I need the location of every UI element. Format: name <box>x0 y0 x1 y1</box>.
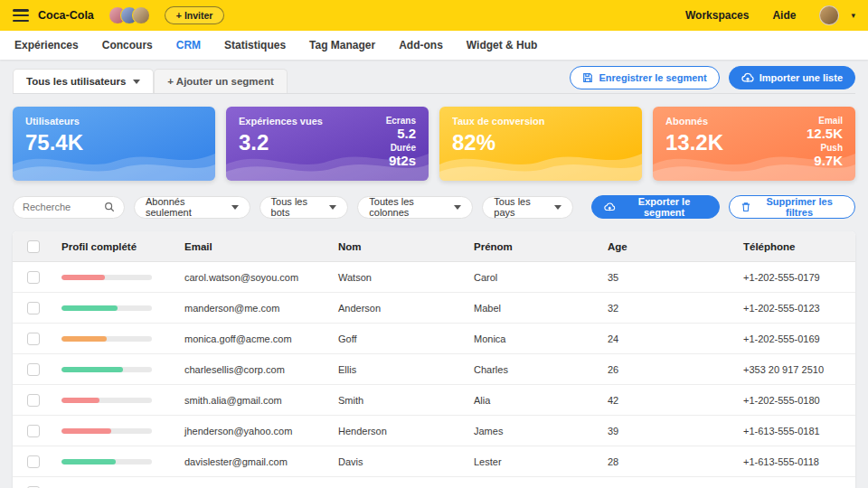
search-input[interactable] <box>23 202 104 212</box>
cell-nom: Goff <box>338 333 474 344</box>
cell-nom: Henderson <box>338 426 474 436</box>
row-checkbox[interactable] <box>27 394 40 407</box>
filters-row: Abonnés seulement Tous les bots Toutes l… <box>13 195 855 219</box>
segment-selector-label: Tous les utilisateurs <box>26 76 126 87</box>
cell-nom: Ellis <box>338 364 474 375</box>
kpi-title: Utilisateurs <box>25 116 83 127</box>
kpi-sub-label: Email <box>807 116 843 126</box>
kpi-sub-value: 9t2s <box>386 153 416 170</box>
kpi-title: Expériences vues <box>239 116 323 127</box>
trash-icon <box>741 202 750 212</box>
nav-tab-experiences[interactable]: Expériences <box>14 39 79 52</box>
user-menu-caret-icon[interactable]: ▾ <box>851 11 855 20</box>
cell-email: davislester@gmail.com <box>184 456 338 467</box>
nav-tab-statistiques[interactable]: Statistiques <box>224 39 286 52</box>
table-row[interactable]: carol.watson@soyou.com Watson Carol 35 +… <box>13 262 855 293</box>
chevron-down-icon <box>231 205 239 210</box>
cell-email: jhenderson@yahoo.com <box>184 426 338 436</box>
nav-tab-concours[interactable]: Concours <box>102 39 153 52</box>
invite-button[interactable]: + Inviter <box>165 6 225 24</box>
filter-dropdown-colonnes[interactable]: Toutes les colonnes <box>357 196 473 219</box>
column-header-email: Email <box>184 241 338 252</box>
team-avatar[interactable] <box>132 6 150 24</box>
import-list-button[interactable]: Importer une liste <box>729 66 855 89</box>
table-row-partial[interactable] <box>13 477 855 488</box>
filter-dropdown-pays[interactable]: Tous les pays <box>482 196 573 219</box>
nav-tab-widget-hub[interactable]: Widget & Hub <box>467 39 538 52</box>
hamburger-menu-icon[interactable] <box>13 9 29 22</box>
chevron-down-icon <box>329 205 336 210</box>
cell-prenom: Carol <box>474 272 608 283</box>
clear-filters-button[interactable]: Supprimer les filtres <box>729 195 855 219</box>
kpi-card-taux-conversion: Taux de conversion 82% <box>439 107 642 181</box>
chevron-down-icon <box>454 205 461 210</box>
table-row[interactable]: smith.alia@gmail.com Smith Alia 42 +1-20… <box>13 385 855 416</box>
kpi-sub-value: 5.2 <box>386 126 416 143</box>
search-box <box>13 196 125 219</box>
nav-tab-tag-manager[interactable]: Tag Manager <box>309 39 375 52</box>
row-checkbox[interactable] <box>27 425 40 437</box>
table-row[interactable]: monica.goff@acme.com Goff Monica 24 +1-2… <box>13 324 855 354</box>
kpi-sub-value: 9.7K <box>807 153 843 170</box>
kpi-sub-label: Ecrans <box>386 116 416 126</box>
cell-prenom: Alia <box>474 395 608 406</box>
filter-dropdown-bots[interactable]: Tous les bots <box>259 196 349 219</box>
select-all-checkbox[interactable] <box>27 240 40 253</box>
row-checkbox[interactable] <box>27 302 40 314</box>
table-row[interactable]: davislester@gmail.com Davis Lester 28 +1… <box>13 446 855 477</box>
column-header-prenom: Prénom <box>474 241 608 252</box>
cell-nom: Watson <box>338 272 474 283</box>
cloud-upload-icon <box>741 72 754 83</box>
search-icon <box>104 202 115 212</box>
cell-telephone: +1-613-555-0118 <box>743 456 855 467</box>
segment-tabs-row: Tous les utilisateurs + Ajouter un segme… <box>13 65 855 94</box>
kpi-card-abonnes: Abonnés 13.2K Email 12.5K Push 9.7K <box>653 107 855 181</box>
workspace-brand-name: Coca-Cola <box>38 9 94 22</box>
cell-age: 39 <box>608 426 743 436</box>
table-row[interactable]: jhenderson@yahoo.com Henderson James 39 … <box>13 416 855 446</box>
row-checkbox[interactable] <box>27 363 40 376</box>
cell-age: 32 <box>608 303 743 314</box>
cell-email: charlesellis@corp.com <box>184 364 338 375</box>
row-checkbox[interactable] <box>27 271 40 284</box>
kpi-card-utilisateurs: Utilisateurs 75.4K <box>13 107 215 181</box>
cell-age: 35 <box>608 272 743 283</box>
save-segment-button[interactable]: Enregistrer le segment <box>570 66 719 89</box>
help-link[interactable]: Aide <box>772 9 796 22</box>
nav-tab-crm[interactable]: CRM <box>176 39 201 52</box>
team-avatar-group <box>108 6 150 24</box>
kpi-title: Abonnés <box>665 116 723 127</box>
column-header-telephone: Téléphone <box>743 241 855 252</box>
kpi-value: 3.2 <box>239 130 323 155</box>
row-checkbox[interactable] <box>27 455 40 468</box>
table-row[interactable]: charlesellis@corp.com Ellis Charles 26 +… <box>13 354 855 385</box>
kpi-value: 82% <box>452 130 545 155</box>
users-table: Profil complété Email Nom Prénom Age Tél… <box>13 231 855 488</box>
user-avatar[interactable] <box>819 5 839 25</box>
profile-progress-bar <box>61 398 152 403</box>
row-checkbox[interactable] <box>27 333 40 345</box>
segment-selector-tab[interactable]: Tous les utilisateurs <box>13 69 154 93</box>
kpi-sub-label: Push <box>807 143 843 153</box>
cell-age: 24 <box>608 333 743 344</box>
crm-page: Tous les utilisateurs + Ajouter un segme… <box>0 60 868 488</box>
column-header-nom: Nom <box>338 241 474 252</box>
kpi-value: 75.4K <box>25 130 83 155</box>
nav-tab-add-ons[interactable]: Add-ons <box>399 39 443 52</box>
cell-nom: Anderson <box>338 303 474 314</box>
cell-telephone: +1-202-555-0123 <box>743 303 855 314</box>
cell-age: 26 <box>608 364 743 375</box>
add-segment-tab[interactable]: + Ajouter un segment <box>154 69 287 93</box>
workspaces-link[interactable]: Workspaces <box>685 9 749 22</box>
table-row[interactable]: manderson@me.com Anderson Mabel 32 +1-20… <box>13 293 855 324</box>
cell-age: 28 <box>608 456 743 467</box>
cell-prenom: Mabel <box>474 303 608 314</box>
export-segment-button[interactable]: Exporter le segment <box>591 195 720 219</box>
cell-email: monica.goff@acme.com <box>184 333 338 344</box>
cloud-export-icon <box>604 202 616 212</box>
profile-progress-bar <box>61 336 152 342</box>
kpi-sub-value: 12.5K <box>807 126 843 143</box>
profile-progress-bar <box>61 367 152 372</box>
filter-dropdown-abonnes[interactable]: Abonnés seulement <box>134 196 250 219</box>
chevron-down-icon <box>554 205 561 210</box>
